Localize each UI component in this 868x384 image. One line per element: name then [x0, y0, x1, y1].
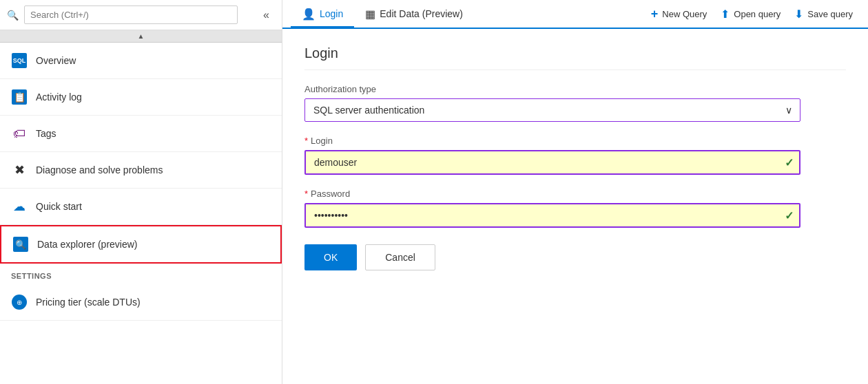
save-query-icon: ⬇ [794, 8, 803, 21]
sidebar-item-tags[interactable]: 🏷 Tags [0, 116, 282, 152]
auth-type-select[interactable]: SQL server authenticationActive Director… [304, 98, 800, 122]
password-label: *Password [304, 189, 846, 199]
nav-list: SQL Overview 📋 Activity log 🏷 Tags ✖ Dia… [0, 43, 282, 384]
tab-bar: 👤 Login ▦ Edit Data (Preview) + New Quer… [282, 0, 868, 29]
password-check-icon: ✓ [785, 209, 794, 222]
password-required-star: * [304, 189, 308, 199]
tab-edit-data[interactable]: ▦ Edit Data (Preview) [354, 2, 474, 28]
tab-login[interactable]: 👤 Login [291, 2, 354, 28]
search-bar: 🔍 « [0, 0, 282, 30]
login-input[interactable] [304, 150, 800, 175]
tags-icon: 🏷 [11, 125, 28, 142]
password-input[interactable] [304, 203, 800, 228]
diagnose-icon: ✖ [11, 162, 28, 178]
data-explorer-icon: 🔍 [12, 236, 29, 253]
open-query-icon: ⬆ [721, 8, 730, 21]
edit-data-tab-icon: ▦ [365, 8, 375, 21]
new-query-icon: + [651, 7, 659, 21]
sidebar-item-quick-start[interactable]: ☁ Quick start [0, 189, 282, 225]
activity-log-icon: 📋 [11, 89, 28, 105]
search-icon: 🔍 [7, 10, 19, 21]
login-group: *Login ✓ [304, 136, 846, 175]
quick-start-icon: ☁ [11, 198, 28, 215]
password-input-wrapper: ✓ [304, 203, 800, 228]
collapse-button[interactable]: « [258, 6, 275, 24]
login-check-icon: ✓ [785, 156, 794, 169]
ok-button[interactable]: OK [304, 244, 357, 270]
login-required-star: * [304, 136, 308, 146]
cancel-button[interactable]: Cancel [365, 244, 435, 270]
sidebar-item-data-explorer[interactable]: 🔍 Data explorer (preview) [0, 225, 282, 264]
open-query-button[interactable]: ⬆ Open query [714, 3, 787, 25]
password-group: *Password ✓ [304, 189, 846, 228]
page-title: Login [304, 45, 846, 70]
auth-type-select-wrapper: SQL server authenticationActive Director… [304, 98, 800, 122]
login-label: *Login [304, 136, 846, 146]
settings-section-header: SETTINGS [0, 264, 282, 284]
auth-type-group: Authorization type SQL server authentica… [304, 84, 846, 122]
login-form: Login Authorization type SQL server auth… [282, 29, 868, 384]
scroll-up-arrow[interactable]: ▲ [0, 30, 282, 43]
auth-type-label: Authorization type [304, 84, 846, 94]
form-actions: OK Cancel [304, 244, 846, 270]
sidebar-item-activity-log[interactable]: 📋 Activity log [0, 79, 282, 116]
login-tab-icon: 👤 [302, 8, 316, 21]
sidebar: 🔍 « ▲ SQL Overview 📋 Activity log 🏷 Tags [0, 0, 282, 384]
new-query-button[interactable]: + New Query [644, 3, 714, 25]
sidebar-item-overview[interactable]: SQL Overview [0, 43, 282, 79]
save-query-button[interactable]: ⬇ Save query [787, 3, 860, 25]
overview-icon: SQL [11, 52, 28, 69]
sidebar-item-pricing-tier[interactable]: ⊕ Pricing tier (scale DTUs) [0, 284, 282, 321]
sidebar-item-diagnose[interactable]: ✖ Diagnose and solve problems [0, 152, 282, 189]
pricing-icon: ⊕ [11, 294, 28, 310]
search-input[interactable] [24, 6, 238, 24]
main-content: 👤 Login ▦ Edit Data (Preview) + New Quer… [282, 0, 868, 384]
login-input-wrapper: ✓ [304, 150, 800, 175]
